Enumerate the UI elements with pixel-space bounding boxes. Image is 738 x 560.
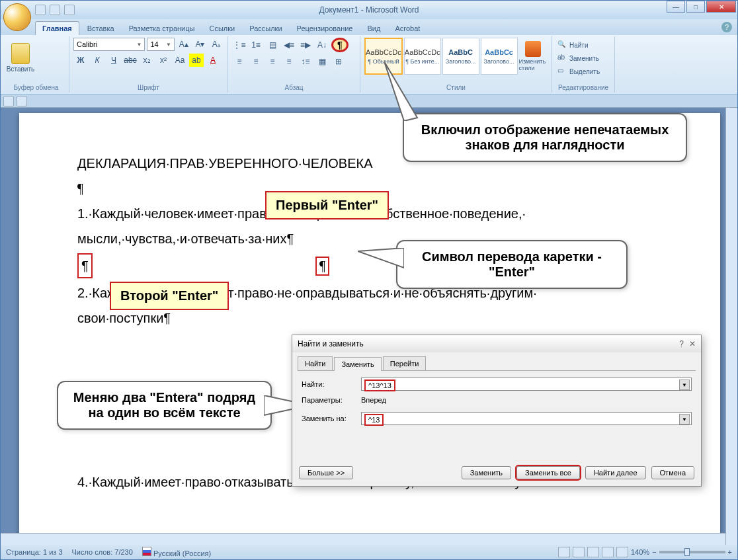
font-size-combo[interactable]: 14▼ (147, 38, 175, 51)
change-styles-button[interactable]: Изменить стили (519, 38, 548, 75)
find-button[interactable]: 🔍Найти (556, 39, 610, 51)
group-clipboard: Вставить Буфер обмена (3, 36, 69, 93)
subscript-button[interactable]: x₂ (140, 54, 154, 67)
dialog-close-icon[interactable]: ✕ (689, 339, 696, 348)
tab-view[interactable]: Вид (361, 22, 388, 35)
group-paragraph: ⋮≡ 1≡ ▤ ◀≡ ≡▶ A↓ ¶ ≡ ≡ ≡ ≡ ↕≡ ▦ ⊞ Абзац (228, 36, 360, 93)
btn-replace-all[interactable]: Заменить все (516, 466, 580, 479)
indent-right-button[interactable]: ≡▶ (298, 38, 313, 52)
clear-format-icon[interactable]: Aₐ (209, 38, 224, 51)
callout-carriage-return: Символ перевода каретки - "Enter" (396, 240, 628, 289)
bold-button[interactable]: Ж (73, 54, 88, 67)
callout-replace-explain: Меняю два "Entera" подряд на один во всё… (57, 381, 272, 430)
align-center-button[interactable]: ≡ (249, 55, 263, 68)
style-heading1[interactable]: AaBbC Заголово... (442, 38, 479, 75)
italic-button[interactable]: К (90, 54, 104, 67)
redo-icon[interactable] (64, 5, 75, 15)
dlg-tab-goto[interactable]: Перейти (383, 356, 427, 370)
zoom-value[interactable]: 140% (631, 548, 649, 556)
indent-left-button[interactable]: ◀≡ (282, 38, 296, 52)
view-outline[interactable] (602, 547, 614, 557)
find-input[interactable]: ^13^13▼ (361, 378, 692, 391)
chevron-down-icon[interactable]: ▼ (679, 414, 690, 424)
status-lang[interactable]: Русский (Россия) (142, 547, 211, 557)
maximize-button[interactable]: □ (686, 1, 705, 13)
horizontal-scrollbar[interactable] (1, 533, 725, 545)
superscript-button[interactable]: x² (156, 54, 171, 67)
font-color-button[interactable]: A (206, 54, 220, 67)
line-spacing-button[interactable]: ↕≡ (298, 55, 313, 68)
zoom-out-button[interactable]: − (652, 548, 656, 556)
paste-button[interactable]: Вставить (7, 38, 34, 77)
shrink-font-icon[interactable]: A▾ (193, 38, 208, 51)
tab-acrobat[interactable]: Acrobat (388, 22, 427, 35)
change-case-button[interactable]: Aa (173, 54, 187, 67)
dialog-body: Найти: ^13^13▼ Параметры: Вперед Заменит… (292, 371, 701, 437)
select-button[interactable]: ▭Выделить (556, 65, 610, 77)
dlg-tab-replace[interactable]: Заменить (334, 357, 381, 371)
sort-button[interactable]: A↓ (315, 38, 329, 52)
zoom-in-button[interactable]: + (728, 548, 732, 556)
grow-font-icon[interactable]: A▴ (177, 38, 191, 51)
params-label: Параметры: (302, 396, 361, 404)
align-right-button[interactable]: ≡ (265, 55, 280, 68)
zoom-thumb[interactable] (684, 548, 690, 556)
tab-mailings[interactable]: Рассылки (243, 22, 288, 35)
tab-review[interactable]: Рецензирование (290, 22, 360, 35)
show-pilcrow-button[interactable]: ¶ (331, 38, 348, 52)
dialog-buttons: Больше >> Заменить Заменить все Найти да… (299, 466, 694, 479)
strike-button[interactable]: abc (123, 54, 138, 67)
align-left-button[interactable]: ≡ (232, 55, 247, 68)
view-print-layout[interactable] (558, 547, 570, 557)
doc-line-4: свои·поступки¶ (77, 307, 662, 329)
office-button[interactable] (3, 3, 31, 31)
btn-cancel[interactable]: Отмена (651, 466, 694, 479)
view-icon[interactable] (3, 96, 14, 106)
window-controls: — □ ✕ (665, 1, 736, 13)
tab-references[interactable]: Ссылки (202, 22, 241, 35)
shading-button[interactable]: ▦ (315, 55, 329, 68)
bullets-button[interactable]: ⋮≡ (232, 38, 247, 52)
font-name-combo[interactable]: Calibri▼ (73, 38, 145, 51)
callout-first-enter: Первый "Enter" (265, 191, 389, 220)
dialog-help-icon[interactable]: ? (679, 339, 684, 348)
tab-home[interactable]: Главная (35, 21, 79, 35)
zoom-slider[interactable] (659, 551, 725, 553)
svg-marker-0 (384, 61, 417, 121)
help-icon[interactable]: ? (721, 22, 732, 32)
window-title: Документ1 - Microsoft Word (319, 5, 419, 15)
svg-marker-1 (358, 248, 404, 268)
justify-button[interactable]: ≡ (282, 55, 296, 68)
save-icon[interactable] (35, 5, 46, 15)
view-web[interactable] (587, 547, 599, 557)
dialog-titlebar[interactable]: Найти и заменить ? ✕ (292, 335, 701, 352)
style-heading2[interactable]: AaBbCc Заголово... (481, 38, 518, 75)
tab-layout[interactable]: Разметка страницы (122, 22, 202, 35)
highlight-button[interactable]: ab (189, 54, 204, 67)
tab-insert[interactable]: Вставка (81, 22, 121, 35)
dlg-tab-find[interactable]: Найти (298, 356, 333, 370)
flag-icon (142, 547, 151, 556)
numbering-button[interactable]: 1≡ (249, 38, 263, 52)
underline-button[interactable]: Ч (106, 54, 121, 67)
close-button[interactable]: ✕ (706, 1, 736, 13)
undo-icon[interactable] (50, 5, 60, 15)
replace-label: Заменить на: (302, 415, 361, 422)
view-draft[interactable] (616, 547, 628, 557)
replace-button[interactable]: abЗаменить (556, 52, 610, 64)
borders-button[interactable]: ⊞ (331, 55, 346, 68)
quick-access-toolbar (35, 5, 75, 15)
chevron-down-icon[interactable]: ▼ (679, 380, 690, 390)
view-fullscreen[interactable] (573, 547, 585, 557)
refresh-icon[interactable] (17, 96, 27, 106)
vertical-scrollbar[interactable] (725, 108, 737, 545)
btn-replace[interactable]: Заменить (462, 466, 511, 479)
multilevel-button[interactable]: ▤ (265, 38, 280, 52)
btn-more[interactable]: Больше >> (299, 466, 353, 479)
status-words[interactable]: Число слов: 7/230 (72, 548, 133, 556)
btn-find-next[interactable]: Найти далее (585, 466, 646, 479)
minimize-button[interactable]: — (667, 1, 685, 13)
status-page[interactable]: Страница: 1 из 3 (6, 548, 63, 556)
replace-input[interactable]: ^13▼ (361, 412, 692, 425)
statusbar: Страница: 1 из 3 Число слов: 7/230 Русск… (1, 545, 737, 559)
